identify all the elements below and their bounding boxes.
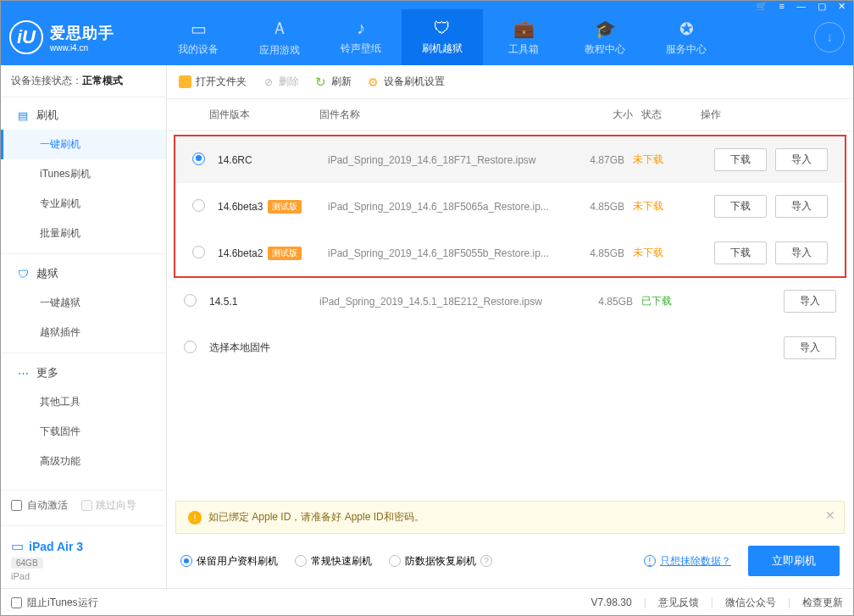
open-folder-button[interactable]: 打开文件夹 (179, 75, 247, 89)
sidebar-item[interactable]: 专业刷机 (1, 189, 166, 219)
folder-icon (179, 75, 191, 88)
cart-icon[interactable]: 🛒 (753, 0, 770, 14)
close-icon[interactable]: ✕ (835, 0, 848, 14)
menu-icon[interactable]: ≡ (777, 0, 787, 14)
nav-tab[interactable]: ✪服务中心 (646, 9, 727, 65)
tip-text: 如已绑定 Apple ID，请准备好 Apple ID和密码。 (208, 510, 424, 524)
firmware-version: 14.5.1 (209, 296, 319, 308)
tip-bar: ! 如已绑定 Apple ID，请准备好 Apple ID和密码。 ✕ (175, 501, 845, 534)
download-button[interactable]: 下载 (714, 195, 767, 218)
firmware-row[interactable]: 14.6RC iPad_Spring_2019_14.6_18F71_Resto… (175, 136, 845, 183)
option-normal[interactable]: 常规快速刷机 (295, 554, 372, 569)
import-button[interactable]: 导入 (775, 148, 828, 171)
import-button[interactable]: 导入 (775, 195, 828, 218)
sidebar-item[interactable]: 其他工具 (1, 387, 166, 417)
firmware-name: iPad_Spring_2019_14.6_18F5065a_Restore.i… (328, 201, 574, 213)
firmware-version: 14.6beta3测试版 (218, 200, 328, 214)
sidebar-group[interactable]: ⋯更多 (1, 358, 166, 387)
auto-activate-label: 自动激活 (27, 498, 68, 513)
firmware-row[interactable]: 选择本地固件 导入 (167, 325, 853, 371)
nav-tab[interactable]: 🛡刷机越狱 (402, 9, 483, 65)
sidebar-group[interactable]: ▤刷机 (1, 101, 166, 130)
wechat-link[interactable]: 微信公众号 (725, 596, 776, 610)
firmware-size: 4.87GB (574, 154, 633, 166)
firmware-radio[interactable] (184, 341, 209, 356)
refresh-icon: ↻ (314, 75, 327, 88)
block-itunes-label: 阻止iTunes运行 (27, 596, 98, 610)
download-button[interactable]: 下载 (714, 241, 767, 264)
firmware-name: iPad_Spring_2019_14.5.1_18E212_Restore.i… (319, 296, 582, 308)
nav-label: 教程中心 (585, 42, 625, 57)
skip-wizard-checkbox (81, 500, 92, 511)
firmware-size: 4.85GB (582, 296, 641, 308)
sidebar-item[interactable]: 越狱插件 (1, 318, 166, 347)
flash-button[interactable]: 立即刷机 (748, 546, 840, 576)
import-button[interactable]: 导入 (775, 241, 828, 264)
option-keep-data[interactable]: 保留用户资料刷机 (180, 554, 278, 569)
sidebar-item[interactable]: 一键越狱 (1, 288, 166, 318)
settings-button[interactable]: ⚙设备刷机设置 (367, 75, 445, 89)
firmware-size: 4.85GB (574, 201, 633, 213)
nav-icon: 🎓 (595, 19, 616, 39)
sidebar-item[interactable]: iTunes刷机 (1, 159, 166, 189)
gear-icon: ⚙ (367, 75, 380, 88)
device-name: iPad Air 3 (29, 540, 83, 553)
firmware-radio[interactable] (192, 199, 218, 214)
table-header: 固件版本 固件名称 大小 状态 操作 (167, 99, 853, 131)
header: iU 爱思助手 www.i4.cn ▭我的设备Ａ应用游戏♪铃声壁纸🛡刷机越狱💼工… (1, 9, 853, 65)
firmware-radio[interactable] (192, 153, 218, 168)
erase-data-link[interactable]: !只想抹除数据？ (644, 554, 731, 569)
firmware-radio[interactable] (192, 246, 218, 261)
toolbar: 打开文件夹 ⊘删除 ↻刷新 ⚙设备刷机设置 (167, 65, 853, 99)
update-link[interactable]: 检查更新 (802, 596, 843, 610)
nav-tab[interactable]: 🎓教程中心 (564, 9, 646, 65)
tip-close-icon[interactable]: ✕ (825, 508, 835, 522)
maximize-icon[interactable]: ▢ (815, 0, 829, 14)
delete-icon: ⊘ (262, 75, 274, 88)
download-button[interactable]: 下载 (714, 148, 767, 171)
firmware-row[interactable]: 14.5.1 iPad_Spring_2019_14.5.1_18E212_Re… (167, 278, 853, 325)
sidebar: 设备连接状态：正常模式 ▤刷机一键刷机iTunes刷机专业刷机批量刷机🛡越狱一键… (1, 65, 167, 588)
nav-tab[interactable]: Ａ应用游戏 (239, 9, 320, 65)
sidebar-group[interactable]: 🛡越狱 (1, 259, 166, 288)
option-anti-recovery[interactable]: 防数据恢复刷机? (389, 554, 492, 569)
help-icon[interactable]: ? (480, 555, 492, 567)
nav-tab[interactable]: ♪铃声壁纸 (320, 9, 402, 65)
sidebar-item[interactable]: 一键刷机 (1, 130, 166, 159)
minimize-icon[interactable]: — (794, 0, 808, 14)
app-name: 爱思助手 (50, 23, 114, 43)
logo-icon: iU (9, 20, 43, 54)
firmware-status: 未下载 (633, 199, 692, 214)
block-itunes-checkbox[interactable] (11, 597, 22, 608)
nav-tab[interactable]: 💼工具箱 (483, 9, 564, 65)
nav-icon: ✪ (679, 19, 694, 39)
sidebar-item[interactable]: 批量刷机 (1, 219, 166, 248)
device-info[interactable]: ▭ iPad Air 3 64GB iPad (1, 531, 166, 588)
sidebar-item[interactable]: 下载固件 (1, 417, 166, 447)
group-icon: ▤ (16, 108, 30, 122)
nav-label: 工具箱 (508, 42, 539, 57)
info-icon: ! (644, 555, 656, 567)
nav-label: 我的设备 (178, 42, 219, 57)
download-indicator-icon[interactable]: ↓ (814, 22, 845, 53)
firmware-name: iPad_Spring_2019_14.6_18F71_Restore.ipsw (328, 154, 574, 166)
nav-label: 应用游戏 (259, 43, 300, 58)
nav-tab[interactable]: ▭我的设备 (158, 9, 239, 65)
firmware-status: 未下载 (633, 246, 692, 260)
refresh-button[interactable]: ↻刷新 (314, 75, 352, 89)
warning-icon: ! (188, 511, 202, 524)
import-button[interactable]: 导入 (784, 336, 836, 359)
auto-activate-checkbox[interactable] (11, 500, 22, 511)
feedback-link[interactable]: 意见反馈 (658, 596, 699, 610)
firmware-row[interactable]: 14.6beta3测试版 iPad_Spring_2019_14.6_18F50… (175, 183, 845, 230)
firmware-radio[interactable] (184, 294, 209, 309)
flash-options: 保留用户资料刷机 常规快速刷机 防数据恢复刷机? !只想抹除数据？ 立即刷机 (167, 534, 853, 588)
sidebar-item[interactable]: 高级功能 (1, 447, 166, 476)
import-button[interactable]: 导入 (784, 290, 836, 313)
firmware-row[interactable]: 14.6beta2测试版 iPad_Spring_2019_14.6_18F50… (175, 230, 845, 276)
footer: 阻止iTunes运行 V7.98.30| 意见反馈| 微信公众号| 检查更新 (1, 588, 853, 616)
device-type: iPad (11, 571, 156, 581)
firmware-version: 选择本地固件 (209, 341, 319, 355)
group-icon: 🛡 (16, 267, 30, 280)
firmware-name: iPad_Spring_2019_14.6_18F5055b_Restore.i… (328, 247, 574, 259)
